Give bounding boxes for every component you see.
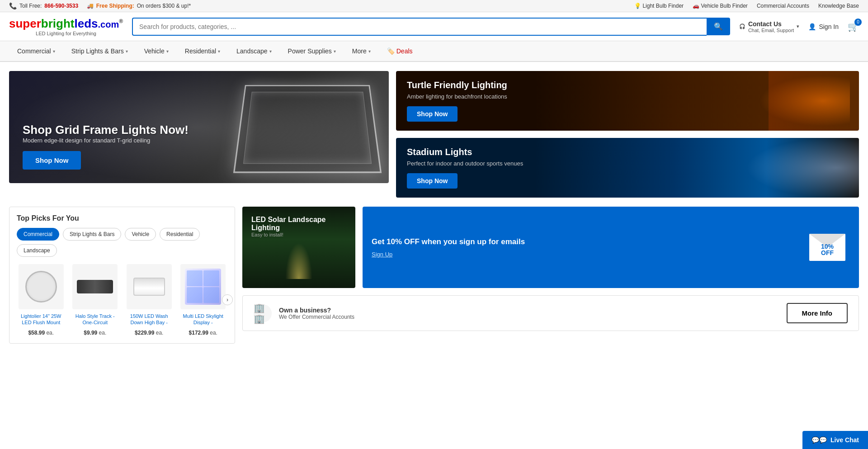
search-input[interactable] bbox=[132, 18, 707, 36]
landscape-panel-subtitle: Easy to install! bbox=[251, 232, 346, 237]
turtle-panel-title: Turtle Friendly Lighting bbox=[407, 80, 507, 90]
top-bar: Toll Free: 866-590-3533 Free Shipping: O… bbox=[0, 0, 868, 12]
top-picks-card: Top Picks For You Commercial Strip Light… bbox=[9, 207, 235, 344]
contact-title: Contact Us bbox=[748, 20, 794, 28]
discount-signup-link[interactable]: Sign Up bbox=[372, 251, 392, 258]
commercial-accounts-link[interactable]: Commercial Accounts bbox=[757, 3, 809, 9]
more-info-button[interactable]: More Info bbox=[787, 303, 848, 323]
product-card-skylight[interactable]: Multi LED Skylight Display - $172.99 ea. bbox=[179, 264, 228, 336]
nav-item-strip-lights[interactable]: Strip Lights & Bars ▾ bbox=[63, 41, 136, 61]
track-visual bbox=[77, 280, 113, 293]
nav-chevron-commercial: ▾ bbox=[53, 49, 55, 54]
tab-commercial[interactable]: Commercial bbox=[17, 228, 59, 241]
right-panels: LED Solar Landscape Lighting Easy to ins… bbox=[242, 207, 859, 344]
products-row: Lightolier 14" 25W LED Flush Mount $58.9… bbox=[17, 264, 227, 336]
nav-item-residential[interactable]: Residential ▾ bbox=[177, 41, 228, 61]
landscape-glow-visual bbox=[285, 243, 312, 279]
cart-count: 0 bbox=[854, 19, 862, 26]
nav-label-more: More bbox=[352, 47, 367, 55]
sign-in-button[interactable]: Sign In bbox=[808, 23, 839, 30]
hero-side-panels: Turtle Friendly Lighting Amber lighting … bbox=[396, 71, 859, 198]
product-price-track: $9.99 ea. bbox=[84, 330, 106, 336]
product-image-highbay bbox=[127, 264, 172, 309]
nav-label-deals: Deals bbox=[396, 47, 413, 55]
contact-support[interactable]: Contact Us Chat, Email, Support ▾ bbox=[739, 20, 800, 33]
hero-main-title: Shop Grid Frame Lights Now! bbox=[23, 123, 375, 137]
knowledge-base-link[interactable]: Knowledge Base bbox=[818, 3, 859, 9]
landscape-promo-panel[interactable]: LED Solar Landscape Lighting Easy to ins… bbox=[242, 207, 355, 288]
cart-button[interactable]: 0 bbox=[848, 21, 859, 32]
commercial-icon: 🏢 bbox=[254, 304, 272, 322]
top-bar-right: Light Bulb Finder Vehicle Bulb Finder Co… bbox=[634, 3, 859, 9]
turtle-shop-now-button[interactable]: Shop Now bbox=[407, 106, 458, 122]
nav-item-more[interactable]: More ▾ bbox=[344, 41, 379, 61]
nav-label-vehicle: Vehicle bbox=[144, 47, 165, 55]
commercial-subtitle: We Offer Commercial Accounts bbox=[279, 314, 779, 320]
logo-bright: bright bbox=[41, 17, 75, 30]
nav-item-deals[interactable]: 🏷️ Deals bbox=[379, 41, 421, 61]
search-button[interactable]: 🔍 bbox=[707, 18, 730, 35]
logo[interactable]: superbrightleds.com® LED Lighting for Ev… bbox=[9, 17, 123, 36]
nav-chevron-residential: ▾ bbox=[218, 49, 220, 54]
nav-label-strip-lights: Strip Lights & Bars bbox=[71, 47, 124, 55]
discount-title: Get 10% OFF when you sign up for emails bbox=[372, 237, 797, 247]
stadium-panel-subtitle: Perfect for indoor and outdoor sports ve… bbox=[407, 160, 523, 167]
hero-main-shop-now-button[interactable]: Shop Now bbox=[23, 151, 81, 170]
phone-icon bbox=[9, 2, 17, 9]
main-content: Shop Grid Frame Lights Now! Modern edge-… bbox=[0, 62, 868, 353]
top-picks-tabs: Commercial Strip Lights & Bars Vehicle R… bbox=[17, 228, 227, 257]
promo-row: LED Solar Landscape Lighting Easy to ins… bbox=[242, 207, 859, 288]
contact-subtitle: Chat, Email, Support bbox=[748, 28, 794, 33]
search-area: 🔍 bbox=[132, 18, 730, 36]
skylight-visual bbox=[185, 269, 221, 305]
product-card-flush-mount[interactable]: Lightolier 14" 25W LED Flush Mount $58.9… bbox=[17, 264, 66, 336]
header-actions: Contact Us Chat, Email, Support ▾ Sign I… bbox=[739, 20, 859, 33]
car-icon bbox=[693, 3, 699, 9]
discount-promo-panel: Get 10% OFF when you sign up for emails … bbox=[363, 207, 859, 288]
stadium-shop-now-button[interactable]: Shop Now bbox=[407, 173, 458, 189]
tab-landscape[interactable]: Landscape bbox=[17, 244, 57, 257]
toll-free-number[interactable]: 866-590-3533 bbox=[44, 3, 78, 9]
envelope-body: 10% OFF bbox=[809, 234, 845, 261]
tab-vehicle[interactable]: Vehicle bbox=[125, 228, 156, 241]
nav-label-power-supplies: Power Supplies bbox=[288, 47, 332, 55]
discount-badge: 10% OFF bbox=[821, 243, 834, 256]
toll-free-label: Toll Free: bbox=[19, 3, 42, 9]
stadium-panel-title: Stadium Lights bbox=[407, 147, 523, 157]
nav-item-power-supplies[interactable]: Power Supplies ▾ bbox=[280, 41, 344, 61]
product-card-highbay[interactable]: 150W LED Wash Down High Bay - $229.99 ea… bbox=[125, 264, 174, 336]
logo-reg: ® bbox=[119, 18, 123, 24]
light-bulb-finder-link[interactable]: Light Bulb Finder bbox=[634, 3, 684, 9]
turtle-panel-subtitle: Amber lighting for beachfront locations bbox=[407, 93, 507, 100]
vehicle-bulb-finder-link[interactable]: Vehicle Bulb Finder bbox=[693, 3, 748, 9]
stadium-light-visual bbox=[746, 138, 859, 198]
main-nav: Commercial ▾ Strip Lights & Bars ▾ Vehic… bbox=[0, 41, 868, 62]
envelope-visual: 10% OFF bbox=[805, 229, 850, 265]
products-next-button[interactable]: › bbox=[222, 294, 233, 305]
nav-item-landscape[interactable]: Landscape ▾ bbox=[228, 41, 280, 61]
discount-text: Get 10% OFF when you sign up for emails … bbox=[372, 237, 797, 258]
hero-row: Shop Grid Frame Lights Now! Modern edge-… bbox=[9, 71, 859, 198]
nav-label-residential: Residential bbox=[185, 47, 216, 55]
product-image-skylight bbox=[180, 264, 226, 309]
tab-residential[interactable]: Residential bbox=[160, 228, 200, 241]
product-image-flush-mount bbox=[19, 264, 64, 309]
landscape-panel-title: LED Solar Landscape Lighting bbox=[251, 216, 346, 232]
product-image-track bbox=[72, 264, 118, 309]
headset-icon bbox=[739, 24, 745, 29]
bottom-row: Top Picks For You Commercial Strip Light… bbox=[9, 207, 859, 344]
tab-strip-lights[interactable]: Strip Lights & Bars bbox=[63, 228, 121, 241]
nav-chevron-landscape: ▾ bbox=[269, 49, 272, 54]
product-price-skylight: $172.99 ea. bbox=[189, 330, 217, 336]
product-card-track[interactable]: Halo Style Track - One-Circuit $9.99 ea. bbox=[71, 264, 120, 336]
logo-leds: leds bbox=[74, 17, 98, 30]
sign-in-label: Sign In bbox=[819, 23, 839, 30]
top-picks-title: Top Picks For You bbox=[17, 214, 227, 222]
commercial-accounts-row: 🏢 Own a business? We Offer Commercial Ac… bbox=[242, 295, 859, 331]
free-shipping-label: Free Shipping: bbox=[96, 3, 134, 9]
product-price-flush-mount: $58.99 ea. bbox=[28, 330, 54, 336]
hero-main-banner: Shop Grid Frame Lights Now! Modern edge-… bbox=[9, 71, 389, 183]
nav-item-commercial[interactable]: Commercial ▾ bbox=[9, 41, 63, 61]
nav-item-vehicle[interactable]: Vehicle ▾ bbox=[136, 41, 177, 61]
header: superbrightleds.com® LED Lighting for Ev… bbox=[0, 12, 868, 41]
